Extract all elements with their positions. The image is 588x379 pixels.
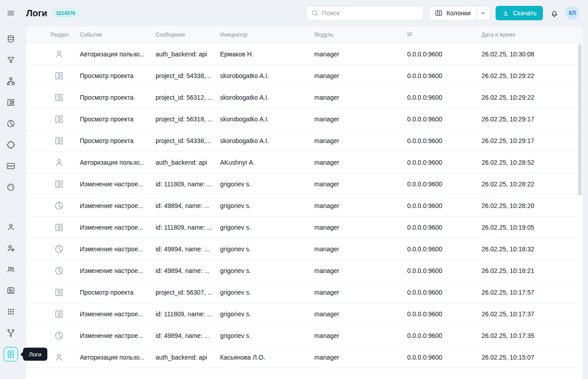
pie-chart-icon	[26, 331, 80, 341]
cell-message: project_id: 54338,...	[156, 137, 220, 144]
cell-initiator: grigoriev s.	[220, 245, 314, 253]
sidebar-item-logs[interactable]: Логи	[4, 347, 18, 361]
sidebar-item-palette[interactable]	[4, 180, 18, 194]
cell-module: manager	[314, 245, 407, 253]
grid-icon	[6, 307, 15, 316]
table-row[interactable]: Изменение настрое...id: 49894, name: ...…	[26, 260, 583, 282]
logs-count-badge: 3214376	[52, 9, 79, 18]
pie-chart-icon	[26, 244, 80, 254]
table-row[interactable]: Авторизация пользо...auth_backend: apiКа…	[26, 347, 583, 368]
user-icon	[26, 157, 80, 167]
cell-datetime: 26.02.25, 10:29:17	[482, 116, 583, 123]
table-row[interactable]: Изменение настрое...id: 49894, name: ...…	[26, 195, 583, 217]
cell-module: manager	[314, 159, 407, 166]
cell-event: Просмотр проекта	[80, 289, 156, 296]
download-button-label: Скачать	[513, 9, 537, 17]
sidebar-item-pie-chart[interactable]	[4, 116, 18, 131]
cell-message: id: 111809, name: ...	[156, 310, 220, 318]
cell-ip: 0.0.0.0:9600	[407, 116, 482, 123]
sidebar-item-user[interactable]	[4, 220, 18, 234]
sidebar-item-grid[interactable]	[4, 305, 18, 319]
cell-ip: 0.0.0.0:9600	[407, 224, 482, 231]
table-row[interactable]: Просмотр проектаproject_id: 56312, ...sk…	[26, 87, 583, 108]
pie-chart-icon	[6, 119, 15, 128]
cell-ip: 0.0.0.0:9600	[407, 245, 482, 253]
cell-ip: 0.0.0.0:9600	[407, 159, 482, 166]
cell-message: auth_backend: api	[156, 354, 220, 361]
sidebar-item-news[interactable]	[4, 283, 18, 298]
cell-datetime: 26.02.25, 10:30:08	[482, 51, 583, 58]
cell-event: Изменение настрое...	[80, 267, 156, 274]
table-row[interactable]: Изменение настрое...id: 111809, name: ..…	[26, 173, 583, 195]
cell-ip: 0.0.0.0:9600	[407, 354, 482, 361]
search-input[interactable]	[321, 9, 419, 17]
cell-datetime: 26.02.25, 10:17:57	[482, 289, 583, 296]
cell-event: Просмотр проекта	[80, 116, 156, 123]
cell-datetime: 26.02.25, 10:28:22	[482, 180, 583, 188]
cell-message: project_id: 56318, ...	[156, 116, 220, 123]
cell-message: auth_backend: api	[156, 159, 220, 166]
cell-message: id: 49894, name: ...	[156, 267, 220, 274]
cell-message: project_id: 56307, ...	[156, 289, 220, 296]
table-row[interactable]: Просмотр проектаproject_id: 56307, ...gr…	[26, 282, 583, 303]
columns-dropdown-caret[interactable]	[476, 6, 490, 20]
cell-event: Изменение настрое...	[80, 202, 156, 209]
user-avatar[interactable]: КЛ	[565, 6, 579, 20]
cell-initiator: grigoriev s.	[220, 224, 314, 231]
download-icon	[502, 9, 510, 17]
table-row[interactable]: Авторизация пользо...auth_backend: apiAK…	[26, 152, 583, 173]
table-row[interactable]: Изменение настрое...id: 49894, name: ...…	[26, 325, 583, 347]
cell-event: Изменение настрое...	[80, 180, 156, 188]
download-button[interactable]: Скачать	[496, 6, 543, 20]
cell-module: manager	[314, 332, 407, 339]
table-row[interactable]: Изменение настрое...id: 111809, name: ..…	[26, 303, 583, 325]
columns-button-main[interactable]: Колонки	[429, 6, 476, 20]
dashboard-icon	[26, 136, 80, 146]
table-row[interactable]: Просмотр проектаproject_id: 54338,...sko…	[26, 65, 583, 87]
pie-chart-icon	[26, 266, 80, 276]
column-header-5: IP	[407, 32, 482, 38]
sidebar-item-users[interactable]	[4, 262, 18, 277]
news-icon	[6, 286, 15, 295]
cell-datetime: 26.02.25, 10:29:22	[482, 94, 583, 101]
table-row[interactable]: Изменение настрое...id: 111809, name: ..…	[26, 217, 583, 238]
cell-ip: 0.0.0.0:9600	[407, 72, 482, 79]
cell-ip: 0.0.0.0:9600	[407, 289, 482, 296]
table-row[interactable]: Просмотр проектаproject_id: 56318, ...sk…	[26, 108, 583, 130]
column-header-1: Событие	[80, 32, 156, 38]
sidebar-item-filter[interactable]	[4, 53, 18, 67]
cell-event: Изменение настрое...	[80, 224, 156, 231]
cell-module: manager	[314, 137, 407, 144]
cell-module: manager	[314, 72, 407, 79]
cell-datetime: 26.02.25, 10:17:37	[482, 310, 583, 318]
dashboard-icon	[26, 71, 80, 81]
cell-event: Изменение настрое...	[80, 245, 156, 253]
sidebar-item-svg[interactable]: SVG	[4, 159, 18, 173]
user-icon	[26, 49, 80, 59]
columns-button[interactable]: Колонки	[429, 6, 490, 20]
sidebar-item-sitemap[interactable]	[4, 74, 18, 88]
cell-ip: 0.0.0.0:9600	[407, 180, 482, 188]
scrollbar-thumb[interactable]	[578, 44, 582, 195]
cell-datetime: 26.02.25, 10:18:21	[482, 267, 583, 274]
table-row[interactable]: Просмотр проектаproject_id: 54338,...sko…	[26, 130, 583, 152]
column-header-2: Сообщение	[156, 32, 220, 38]
dashboard-icon	[26, 309, 80, 319]
sidebar-item-puzzle[interactable]	[4, 138, 18, 152]
topbar-controls: Колонки Скачать КЛ	[306, 0, 579, 26]
notifications-bell-icon[interactable]	[548, 7, 560, 19]
cell-datetime: 26.02.25, 10:29:17	[482, 137, 583, 144]
sidebar-item-database[interactable]	[4, 32, 18, 46]
cell-module: manager	[314, 267, 407, 274]
table-row[interactable]: Изменение настрое...id: 49894, name: ...…	[26, 238, 583, 260]
cell-initiator: skorobogatko A.I.	[220, 94, 314, 101]
table-row[interactable]: Авторизация пользо...auth_backend: apiЕр…	[26, 43, 583, 65]
cell-event: Просмотр проекта	[80, 137, 156, 144]
table-header-row: РазделСобытиеСообщениеИнициаторМодульIPД…	[26, 26, 583, 43]
cell-module: manager	[314, 51, 407, 58]
sidebar-item-git-branch[interactable]	[4, 326, 18, 340]
sidebar-item-user-settings[interactable]	[4, 241, 18, 255]
topbar: Логи 3214376 Колонки Скачать КЛ	[0, 0, 588, 26]
cell-initiator: grigoriev s.	[220, 267, 314, 274]
sidebar-item-dashboard[interactable]	[4, 95, 18, 110]
